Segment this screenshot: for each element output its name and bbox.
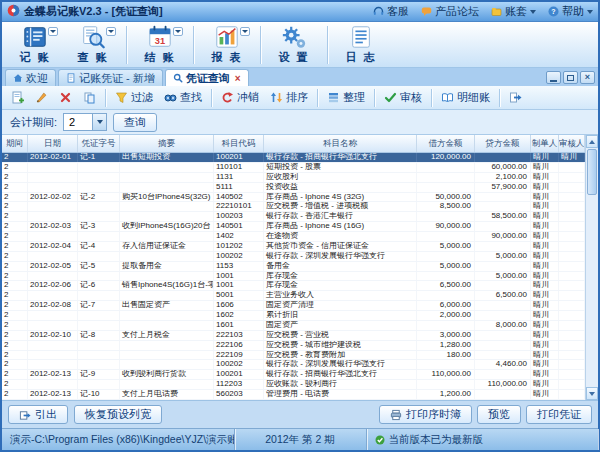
table-row[interactable]: 2 2012-02-13 记-10 支付上月电话费 560203 管理费用 - … — [2, 390, 585, 400]
period-select[interactable]: 2 — [63, 113, 107, 131]
close-button[interactable]: × — [580, 71, 595, 84]
table-row[interactable]: 2 2012-02-10 记-8 支付上月税金 222103 应交税费 - 营业… — [2, 331, 585, 341]
sort-button[interactable]: 排序 — [265, 88, 313, 108]
table-row[interactable]: 2 2012-02-03 记-3 收到IPhone4S(16G)20台 1405… — [2, 222, 585, 232]
delete-icon — [59, 91, 72, 104]
cell-credit: 2,100.00 — [475, 173, 531, 182]
chevron-down-icon[interactable] — [92, 114, 106, 130]
filter-button[interactable]: 过滤 — [110, 88, 158, 108]
table-row[interactable]: 2 1131 应收股利 2,100.00 晴川 — [2, 173, 585, 183]
new-document-icon — [11, 91, 24, 104]
column-header[interactable]: 凭证字号 — [78, 135, 120, 152]
column-header[interactable]: 科目代码 — [214, 135, 264, 152]
settings-button[interactable]: 设 置 — [265, 24, 323, 66]
toolbar-separator — [193, 26, 194, 64]
cell-maker: 晴川 — [531, 153, 559, 162]
cell-credit: 4,460.00 — [475, 360, 531, 369]
cell-period: 2 — [2, 281, 28, 290]
table-row[interactable]: 2 2012-02-13 记-9 收到骏利商行货款 100201 银行存款 - … — [2, 370, 585, 380]
table-row[interactable]: 2 2012-02-06 记-6 销售Iphone4S(16G)1台-零售个人 … — [2, 281, 585, 291]
cell-summary — [120, 321, 214, 330]
scrollbar-thumb[interactable] — [587, 149, 597, 195]
delete-voucher-button[interactable] — [54, 88, 77, 108]
table-row[interactable]: 2 5111 投资收益 57,900.00 晴川 — [2, 183, 585, 193]
chevron-down-icon[interactable] — [240, 27, 250, 36]
table-row[interactable]: 2 1402 在途物资 90,000.00 晴川 — [2, 232, 585, 242]
copy-voucher-button[interactable] — [78, 88, 101, 108]
tab-welcome[interactable]: 欢迎 — [5, 69, 56, 86]
table-row[interactable]: 2 2012-02-08 记-7 出售固定资产 1606 固定资产清理 6,00… — [2, 301, 585, 311]
find-button[interactable]: 查找 — [159, 88, 207, 108]
table-row[interactable]: 2 1602 累计折旧 2,000.00 晴川 — [2, 311, 585, 321]
table-row[interactable]: 2 1001 库存现金 5,000.00 晴川 — [2, 272, 585, 282]
detail-ledger-button[interactable]: 明细账 — [436, 88, 495, 108]
print-journal-button[interactable]: 打印序时簿 — [379, 405, 472, 424]
cell-maker: 晴川 — [531, 252, 559, 261]
column-header[interactable]: 借方金额 — [417, 135, 475, 152]
print-voucher-button[interactable]: 打印凭证 — [526, 405, 592, 424]
table-row[interactable]: 2 100203 银行存款 - 香港汇丰银行 58,500.00 晴川 — [2, 212, 585, 222]
column-header[interactable]: 摘要 — [120, 135, 214, 152]
reports-button[interactable]: 报 表 — [198, 24, 256, 66]
help-menu[interactable]: ? 帮助 — [548, 4, 593, 19]
minimize-button[interactable] — [546, 71, 561, 84]
organize-button[interactable]: 整理 — [322, 88, 370, 108]
bookkeeping-button[interactable]: 记 账 — [6, 24, 64, 66]
cell-debit — [417, 173, 475, 182]
preview-button[interactable]: 预览 — [477, 405, 521, 424]
reset-column-width-button[interactable]: 恢复预设列宽 — [74, 405, 162, 424]
cell-debit: 5,000.00 — [417, 262, 475, 271]
tab-close-icon[interactable]: × — [235, 73, 241, 84]
table-row[interactable]: 2 222109 应交税费 - 教育费附加 180.00 晴川 — [2, 351, 585, 361]
toolbar-separator — [327, 26, 328, 64]
table-row[interactable]: 2 2012-02-04 记-4 存入信用证保证金 101202 其他货币资金 … — [2, 242, 585, 252]
cell-date: 2012-02-05 — [28, 262, 78, 271]
table-row[interactable]: 2 2012-02-05 记-5 提取备用金 1153 备用金 5,000.00… — [2, 262, 585, 272]
exit-button[interactable] — [504, 88, 527, 108]
column-header[interactable]: 贷方金额 — [475, 135, 531, 152]
table-row[interactable]: 2 2012-02-02 记-2 购买10台IPhone4S(32G) 1405… — [2, 193, 585, 203]
table-row[interactable]: 2 112203 应收账款 - 骏利商行 110,000.00 晴川 — [2, 380, 585, 390]
column-header[interactable]: 制单人 — [531, 135, 559, 152]
cell-maker: 晴川 — [531, 212, 559, 221]
column-header[interactable]: 日期 — [28, 135, 78, 152]
cell-account-name: 固定资产 — [264, 321, 417, 330]
product-forum-button[interactable]: 产品论坛 — [421, 4, 479, 19]
table-row[interactable]: 2 222106 应交税费 - 城市维护建设税 1,280.00 晴川 — [2, 341, 585, 351]
restore-button[interactable] — [563, 71, 578, 84]
new-voucher-button[interactable] — [6, 88, 29, 108]
scroll-down-icon[interactable] — [586, 387, 598, 400]
column-header[interactable]: 审核人 — [559, 135, 585, 152]
table-row[interactable]: 2 2012-02-01 记-1 出售短期投资 100201 银行存款 - 招商… — [2, 153, 585, 163]
cell-auditor — [559, 291, 585, 300]
audit-button[interactable]: 审核 — [379, 88, 427, 108]
table-row[interactable]: 2 110101 短期投资 - 股票 60,000.00 晴川 — [2, 163, 585, 173]
cell-maker: 晴川 — [531, 193, 559, 202]
cell-maker: 晴川 — [531, 173, 559, 182]
column-header[interactable]: 期间 — [2, 135, 28, 152]
vertical-scrollbar[interactable] — [585, 135, 598, 400]
table-row[interactable]: 2 1601 固定资产 8,000.00 晴川 — [2, 321, 585, 331]
chevron-down-icon[interactable] — [48, 27, 58, 36]
table-row[interactable]: 2 100202 银行存款 - 深圳发展银行华强支行 4,460.00 晴川 — [2, 360, 585, 370]
tab-voucher-new[interactable]: 记账凭证 - 新增 — [58, 69, 163, 86]
cell-account-name: 应收账款 - 骏利商行 — [264, 380, 417, 389]
edit-voucher-button[interactable] — [30, 88, 53, 108]
export-button[interactable]: 引出 — [8, 405, 68, 424]
scroll-up-icon[interactable] — [586, 135, 598, 148]
tab-voucher-query[interactable]: 凭证查询 × — [165, 69, 249, 86]
query-button[interactable]: 查询 — [113, 113, 157, 132]
column-header[interactable]: 科目名称 — [264, 135, 417, 152]
table-row[interactable]: 2 100202 银行存款 - 深圳发展银行华强支行 5,000.00 晴川 — [2, 252, 585, 262]
log-button[interactable]: 日 志 — [332, 24, 390, 66]
audit-accounts-button[interactable]: 查 账 — [64, 24, 122, 66]
table-row[interactable]: 2 22210101 应交税费 - 增值税 - 进项税额 8,500.00 晴川 — [2, 202, 585, 212]
reverse-voucher-button[interactable]: 冲销 — [216, 88, 264, 108]
closing-button[interactable]: 31 结 账 — [131, 24, 189, 66]
customer-service-button[interactable]: 客服 — [373, 4, 409, 19]
chevron-down-icon[interactable] — [106, 27, 116, 36]
account-set-menu[interactable]: 账套 — [491, 4, 536, 19]
cell-date: 2012-02-13 — [28, 370, 78, 379]
chevron-down-icon[interactable] — [173, 27, 183, 36]
table-row[interactable]: 2 5001 主营业务收入 6,500.00 晴川 — [2, 291, 585, 301]
